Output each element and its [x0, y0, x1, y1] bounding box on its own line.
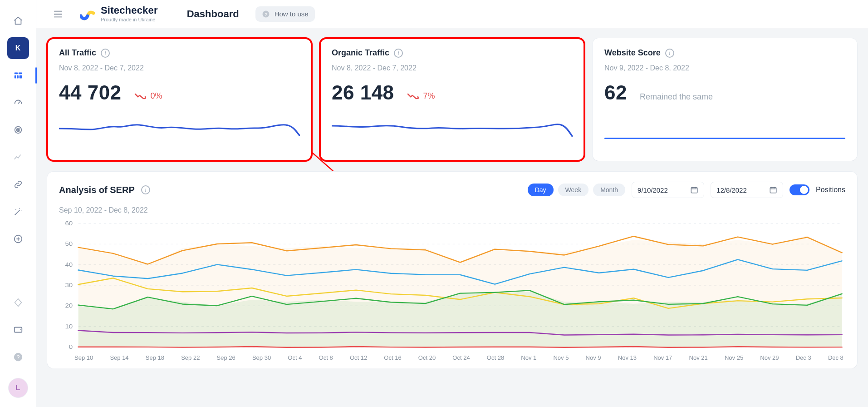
- calendar-icon: [690, 186, 698, 194]
- x-tick: Dec 8: [828, 354, 843, 361]
- svg-rect-4: [19, 75, 22, 78]
- svg-rect-3: [17, 75, 19, 78]
- svg-rect-2: [14, 75, 16, 78]
- x-tick: Nov 21: [689, 354, 708, 361]
- serp-title: Analysis of SERP: [59, 185, 135, 195]
- add-icon[interactable]: [7, 228, 29, 250]
- date-start-value: 9/10/2022: [638, 186, 668, 194]
- x-tick: Nov 9: [586, 354, 601, 361]
- seg-month[interactable]: Month: [593, 184, 625, 196]
- x-tick: Oct 4: [288, 354, 302, 361]
- x-tick: Oct 28: [487, 354, 504, 361]
- avatar-initial: L: [16, 384, 20, 392]
- x-tick: Oct 16: [384, 354, 401, 361]
- card-value: 44 702: [59, 81, 122, 104]
- trend-icon[interactable]: [7, 146, 29, 168]
- x-tick: Sep 14: [110, 354, 128, 361]
- date-start-input[interactable]: 9/10/2022: [632, 182, 704, 198]
- svg-text:20: 20: [65, 303, 73, 309]
- card-organic-traffic[interactable]: Organic Traffic Nov 8, 2022 - Dec 7, 202…: [320, 38, 584, 161]
- brand[interactable]: Sitechecker Proudly made in Ukraine: [80, 5, 158, 22]
- time-segment: Day Week Month: [528, 184, 625, 196]
- brand-title: Sitechecker: [101, 5, 158, 15]
- menu-icon[interactable]: [49, 5, 67, 23]
- info-icon[interactable]: [665, 49, 674, 58]
- page-title: Dashboard: [187, 8, 239, 20]
- card-delta: 0%: [134, 91, 162, 101]
- seg-day[interactable]: Day: [528, 184, 554, 196]
- svg-text:0: 0: [69, 344, 73, 350]
- svg-text:40: 40: [65, 262, 73, 268]
- sparkline: [332, 113, 573, 145]
- diamond-icon[interactable]: [7, 292, 29, 313]
- seg-week[interactable]: Week: [558, 184, 589, 196]
- x-tick: Nov 17: [653, 354, 672, 361]
- x-tick: Sep 18: [146, 354, 164, 361]
- x-tick: Dec 3: [796, 354, 811, 361]
- card-delta-value: 7%: [423, 91, 435, 101]
- date-end-input[interactable]: 12/8/2022: [711, 182, 783, 198]
- sparkline: [604, 119, 845, 151]
- home-icon[interactable]: [7, 10, 29, 32]
- sparkline: [59, 113, 300, 145]
- x-tick: Sep 26: [217, 354, 235, 361]
- dashboard-icon[interactable]: [7, 65, 29, 86]
- info-icon[interactable]: [394, 49, 403, 58]
- card-title: Website Score: [604, 48, 661, 58]
- avatar[interactable]: L: [8, 378, 28, 398]
- wallet-icon[interactable]: [7, 319, 29, 341]
- card-delta: 7%: [407, 91, 435, 101]
- positions-label: Positions: [816, 186, 845, 194]
- trend-down-icon: [134, 92, 146, 99]
- x-tick: Nov 1: [521, 354, 536, 361]
- serp-date-range: Sep 10, 2022 - Dec 8, 2022: [59, 206, 845, 214]
- serp-panel: Analysis of SERP Day Week Month 9/10/202…: [47, 172, 857, 368]
- card-delta-value: 0%: [151, 91, 162, 101]
- svg-text:?: ?: [265, 11, 267, 16]
- x-tick: Sep 22: [181, 354, 200, 361]
- magic-icon[interactable]: [7, 201, 29, 223]
- positions-toggle[interactable]: [790, 184, 809, 195]
- card-website-score[interactable]: Website Score Nov 9, 2022 - Dec 8, 2022 …: [593, 38, 857, 161]
- card-title: All Traffic: [59, 48, 96, 58]
- card-date-range: Nov 8, 2022 - Dec 7, 2022: [59, 64, 300, 72]
- info-icon[interactable]: [101, 49, 110, 58]
- k-badge-letter: K: [15, 44, 21, 52]
- svg-point-7: [17, 129, 19, 131]
- card-status: Remained the same: [640, 92, 713, 102]
- svg-rect-16: [770, 188, 776, 193]
- card-value: 26 148: [332, 81, 394, 104]
- x-tick: Nov 29: [760, 354, 779, 361]
- brand-logo-icon: [80, 8, 95, 20]
- date-end-value: 12/8/2022: [716, 186, 747, 194]
- info-icon[interactable]: [141, 185, 150, 194]
- x-tick: Nov 13: [618, 354, 637, 361]
- card-date-range: Nov 8, 2022 - Dec 7, 2022: [332, 64, 573, 72]
- card-value: 62: [604, 81, 627, 104]
- card-all-traffic[interactable]: All Traffic Nov 8, 2022 - Dec 7, 2022 44…: [47, 38, 312, 161]
- x-tick: Sep 30: [252, 354, 271, 361]
- brand-subtitle: Proudly made in Ukraine: [101, 17, 158, 22]
- trend-down-icon: [407, 92, 419, 99]
- help-icon[interactable]: ?: [7, 346, 29, 368]
- svg-rect-0: [14, 73, 17, 74]
- link-icon[interactable]: [7, 174, 29, 195]
- x-tick: Oct 8: [319, 354, 333, 361]
- svg-text:50: 50: [65, 241, 73, 247]
- svg-text:60: 60: [65, 220, 73, 226]
- x-tick: Oct 20: [418, 354, 436, 361]
- card-title: Organic Traffic: [332, 48, 389, 58]
- svg-rect-15: [691, 188, 697, 193]
- target-icon[interactable]: [7, 119, 29, 141]
- x-tick: Oct 12: [350, 354, 367, 361]
- svg-text:30: 30: [65, 282, 73, 288]
- how-to-use-label: How to use: [275, 10, 309, 18]
- svg-rect-1: [18, 73, 21, 74]
- sidebar: K ? L: [0, 0, 36, 407]
- how-to-use-button[interactable]: ? How to use: [255, 6, 315, 22]
- x-tick: Oct 24: [452, 354, 470, 361]
- x-tick: Nov 5: [553, 354, 569, 361]
- k-badge[interactable]: K: [7, 37, 29, 59]
- speed-icon[interactable]: [7, 92, 29, 114]
- topbar: Sitechecker Proudly made in Ukraine Dash…: [36, 0, 868, 28]
